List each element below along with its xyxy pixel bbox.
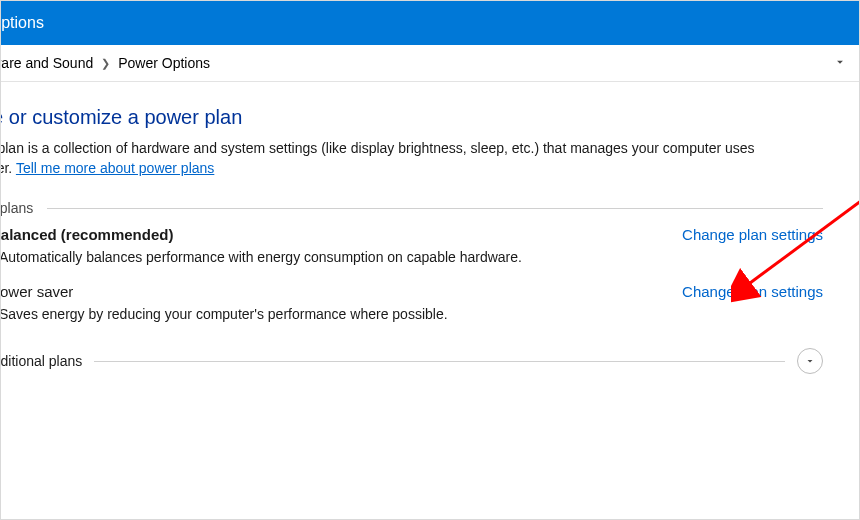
preferred-plans-header: rred plans (0, 200, 823, 216)
page-heading: ose or customize a power plan (0, 106, 823, 129)
divider (47, 208, 823, 209)
chevron-down-icon (804, 355, 816, 367)
breadcrumb-bar: ardware and Sound ❯ Power Options (1, 45, 859, 82)
window-title-bar: r Options (1, 1, 859, 45)
plan-description-power-saver: Saves energy by reducing your computer's… (0, 306, 699, 322)
divider (94, 361, 785, 362)
show-additional-plans-row: w additional plans (0, 348, 823, 374)
plan-description-balanced: Automatically balances performance with … (0, 249, 699, 265)
chevron-down-icon (833, 55, 847, 69)
plan-balanced: ) Balanced (recommended) Change plan set… (0, 226, 823, 265)
change-plan-settings-power-saver[interactable]: Change plan settings (682, 283, 823, 300)
breadcrumb-item-hardware-and-sound[interactable]: ardware and Sound (0, 55, 93, 71)
learn-more-link[interactable]: Tell me more about power plans (16, 160, 214, 176)
breadcrumb-item-power-options[interactable]: Power Options (118, 55, 210, 71)
change-plan-settings-balanced[interactable]: Change plan settings (682, 226, 823, 243)
content-area: ose or customize a power plan wer plan i… (1, 82, 859, 398)
chevron-right-icon: ❯ (101, 57, 110, 70)
breadcrumb[interactable]: ardware and Sound ❯ Power Options (0, 55, 833, 71)
show-additional-plans-label: w additional plans (0, 353, 82, 369)
plan-name-power-saver[interactable]: Power saver (0, 283, 73, 300)
plan-power-saver: ) Power saver Change plan settings Saves… (0, 283, 823, 322)
page-description: wer plan is a collection of hardware and… (0, 139, 791, 178)
plan-name-balanced[interactable]: Balanced (recommended) (0, 226, 173, 243)
breadcrumb-dropdown-button[interactable] (833, 55, 847, 72)
window-title: r Options (0, 14, 44, 32)
power-options-window: r Options ardware and Sound ❯ Power Opti… (0, 0, 860, 520)
preferred-plans-label: rred plans (0, 200, 33, 216)
expand-additional-plans-button[interactable] (797, 348, 823, 374)
